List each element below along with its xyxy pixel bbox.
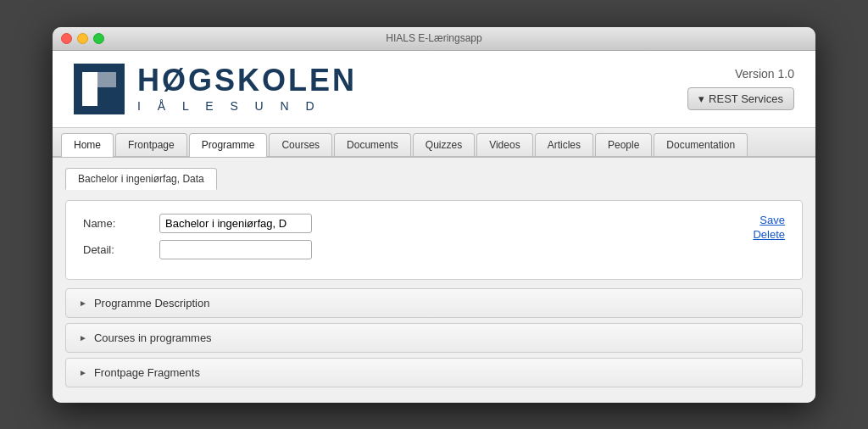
detail-label: Detail: <box>83 243 151 256</box>
close-button[interactable] <box>61 33 72 44</box>
header-right: Version 1.0 ▾ REST Services <box>687 67 794 110</box>
sub-tab-bachelor[interactable]: Bachelor i ingeniørfag, Data <box>65 168 217 190</box>
programme-description-section[interactable]: ► Programme Description <box>65 288 803 318</box>
version-label: Version 1.0 <box>735 67 794 81</box>
app-header: HØGSKOLEN I Å L E S U N D Version 1.0 ▾ … <box>53 51 815 128</box>
name-input[interactable] <box>159 214 312 233</box>
tab-courses[interactable]: Courses <box>269 133 332 156</box>
detail-input[interactable] <box>159 240 312 259</box>
frontpage-fragments-section[interactable]: ► Frontpage Fragments <box>65 358 803 387</box>
sub-tab-bar: Bachelor i ingeniørfag, Data <box>65 168 803 190</box>
rest-button-label: REST Services <box>709 92 783 105</box>
app-window: HIALS E-Læringsapp HØGSKOLEN I Å L E S U… <box>53 27 815 403</box>
tab-home[interactable]: Home <box>61 133 114 157</box>
logo-area: HØGSKOLEN I Å L E S U N D <box>74 64 357 114</box>
window-title: HIALS E-Læringsapp <box>386 32 481 44</box>
programme-description-label: Programme Description <box>94 297 210 309</box>
logo-main-text: HØGSKOLEN <box>137 65 357 96</box>
tab-programme[interactable]: Programme <box>189 133 268 157</box>
name-label: Name: <box>83 217 151 230</box>
tab-articles[interactable]: Articles <box>535 133 593 156</box>
tab-frontpage[interactable]: Frontpage <box>115 133 187 156</box>
courses-in-programmes-section[interactable]: ► Courses in programmes <box>65 323 803 353</box>
tab-documentation[interactable]: Documentation <box>654 133 748 156</box>
content-area: Bachelor i ingeniørfag, Data Save Delete… <box>53 158 815 403</box>
minimize-button[interactable] <box>77 33 88 44</box>
tab-videos[interactable]: Videos <box>476 133 532 156</box>
save-link[interactable]: Save <box>760 214 785 226</box>
detail-row: Detail: <box>83 240 785 259</box>
title-bar: HIALS E-Læringsapp <box>53 27 815 51</box>
maximize-button[interactable] <box>93 33 104 44</box>
name-row: Name: <box>83 214 785 233</box>
svg-rect-0 <box>74 64 125 114</box>
form-section: Save Delete Name: Detail: <box>65 200 803 280</box>
chevron-right-icon: ► <box>79 298 87 308</box>
frontpage-fragments-label: Frontpage Fragments <box>94 366 200 379</box>
rest-services-button[interactable]: ▾ REST Services <box>687 87 794 110</box>
tab-documents[interactable]: Documents <box>334 133 411 156</box>
chevron-right-icon-2: ► <box>79 333 87 343</box>
logo-sub-text: I Å L E S U N D <box>137 99 357 113</box>
rest-button-arrow: ▾ <box>698 92 704 105</box>
form-actions: Save Delete <box>753 214 785 241</box>
nav-bar: Home Frontpage Programme Courses Documen… <box>53 128 815 158</box>
traffic-lights <box>61 33 104 44</box>
svg-rect-3 <box>82 72 97 87</box>
logo-icon <box>74 64 125 114</box>
logo-text: HØGSKOLEN I Å L E S U N D <box>137 65 357 113</box>
delete-link[interactable]: Delete <box>753 228 785 241</box>
tab-quizzes[interactable]: Quizzes <box>413 133 475 156</box>
courses-in-programmes-label: Courses in programmes <box>94 332 212 344</box>
chevron-right-icon-3: ► <box>79 368 87 377</box>
tab-people[interactable]: People <box>595 133 652 156</box>
